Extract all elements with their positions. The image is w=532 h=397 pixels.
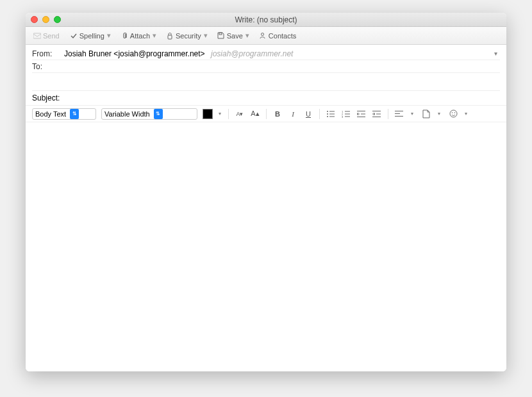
number-list-button[interactable]: 123 (340, 108, 352, 120)
insert-dropdown-icon[interactable]: ▾ (436, 111, 442, 117)
svg-point-4 (327, 111, 328, 112)
contacts-label: Contacts (269, 32, 296, 40)
send-icon (33, 32, 41, 40)
svg-rect-5 (329, 111, 335, 111)
paragraph-style-value: Body Text (35, 110, 66, 118)
align-group: ▾ (394, 108, 415, 120)
lock-icon (166, 32, 174, 40)
security-dropdown[interactable]: ▾ (203, 33, 208, 38)
align-dropdown-icon[interactable]: ▾ (409, 111, 415, 117)
attach-label: Attach (130, 32, 150, 40)
emoji-button[interactable] (447, 108, 459, 120)
from-value[interactable]: Josiah Bruner <josiah@programmer.net> jo… (64, 49, 492, 58)
indent-button[interactable] (371, 108, 383, 120)
contacts-button[interactable]: Contacts (255, 31, 300, 41)
color-group: ▾ (203, 109, 223, 119)
svg-rect-24 (395, 116, 403, 117)
svg-point-25 (450, 110, 457, 117)
bullet-list-button[interactable] (325, 108, 337, 120)
security-button[interactable]: Security ▾ (162, 31, 212, 41)
insert-button[interactable] (420, 108, 432, 120)
svg-point-27 (454, 112, 455, 113)
font-value: Variable Width (104, 110, 150, 118)
svg-point-26 (451, 112, 453, 113)
outdent-button[interactable] (356, 108, 367, 120)
svg-rect-11 (345, 111, 350, 111)
separator (228, 109, 229, 119)
send-label: Send (43, 32, 60, 40)
to-row: To: (32, 60, 500, 73)
svg-rect-20 (376, 113, 381, 114)
save-dropdown[interactable]: ▾ (245, 33, 250, 38)
spelling-button[interactable]: Spelling ▾ (66, 31, 115, 41)
to-label: To: (32, 62, 64, 71)
spelling-label: Spelling (79, 32, 104, 40)
attach-dropdown[interactable]: ▾ (152, 33, 157, 38)
svg-rect-9 (329, 116, 335, 117)
svg-rect-16 (357, 111, 365, 111)
svg-rect-2 (219, 33, 222, 35)
bold-button[interactable]: B (272, 108, 283, 120)
from-row: From: Josiah Bruner <josiah@programmer.n… (32, 47, 500, 60)
format-toolbar: Body Text ⇅ Variable Width ⇅ ▾ A▾ A▴ B I… (26, 106, 506, 122)
svg-rect-18 (357, 117, 365, 117)
subject-row: Subject: (26, 91, 506, 106)
italic-button[interactable]: I (287, 108, 299, 120)
svg-rect-17 (361, 113, 365, 114)
extra-recipient-area[interactable] (32, 73, 500, 91)
svg-rect-21 (372, 117, 381, 117)
person-icon (259, 32, 267, 40)
from-label: From: (32, 49, 64, 58)
align-button[interactable] (394, 108, 405, 120)
style-group: B I U (272, 108, 314, 120)
svg-point-8 (327, 116, 328, 117)
font-select[interactable]: Variable Width ⇅ (101, 108, 197, 120)
spelling-dropdown[interactable]: ▾ (106, 33, 112, 38)
paragraph-style-select[interactable]: Body Text ⇅ (32, 108, 96, 120)
save-icon (217, 32, 225, 40)
svg-rect-13 (345, 113, 350, 114)
close-button[interactable] (31, 16, 38, 23)
attach-button[interactable]: Attach ▾ (117, 31, 161, 41)
emoji-group: ▾ (447, 108, 469, 120)
svg-rect-19 (372, 111, 381, 111)
check-icon (70, 32, 78, 40)
security-label: Security (176, 32, 201, 40)
list-group: 123 (325, 108, 383, 120)
from-dropdown-icon[interactable]: ▾ (492, 50, 500, 57)
traffic-lights (26, 16, 61, 23)
separator (388, 109, 388, 119)
underline-button[interactable]: U (303, 108, 314, 120)
save-button[interactable]: Save ▾ (213, 31, 254, 41)
svg-rect-22 (395, 111, 403, 111)
titlebar: Write: (no subject) (26, 13, 506, 27)
svg-rect-7 (329, 113, 335, 114)
svg-rect-23 (395, 113, 400, 114)
decrease-size-button[interactable]: A▾ (234, 108, 245, 120)
emoji-dropdown-icon[interactable]: ▾ (463, 111, 469, 117)
text-color-swatch[interactable] (203, 109, 213, 119)
subject-label: Subject: (32, 93, 67, 102)
increase-size-button[interactable]: A▴ (249, 108, 261, 120)
svg-point-3 (262, 33, 264, 36)
svg-rect-15 (345, 116, 350, 117)
svg-text:3: 3 (342, 115, 344, 118)
compose-window: Write: (no subject) Send Spelling ▾ Atta… (26, 13, 506, 371)
zoom-button[interactable] (54, 16, 61, 23)
window-title: Write: (no subject) (26, 15, 506, 24)
paperclip-icon (121, 32, 128, 40)
from-hint: josiah@programmer.net (211, 49, 293, 58)
insert-group: ▾ (420, 108, 442, 120)
headers-area: From: Josiah Bruner <josiah@programmer.n… (26, 45, 506, 91)
separator (319, 109, 320, 119)
color-dropdown-icon[interactable]: ▾ (217, 111, 223, 117)
size-group: A▾ A▴ (234, 108, 261, 120)
subject-input[interactable] (67, 93, 500, 102)
minimize-button[interactable] (42, 16, 49, 23)
separator (266, 109, 267, 119)
send-button[interactable]: Send (29, 31, 63, 41)
message-body[interactable] (26, 122, 506, 371)
svg-rect-0 (33, 33, 41, 38)
main-toolbar: Send Spelling ▾ Attach ▾ Security ▾ (26, 27, 506, 45)
save-label: Save (227, 32, 243, 40)
